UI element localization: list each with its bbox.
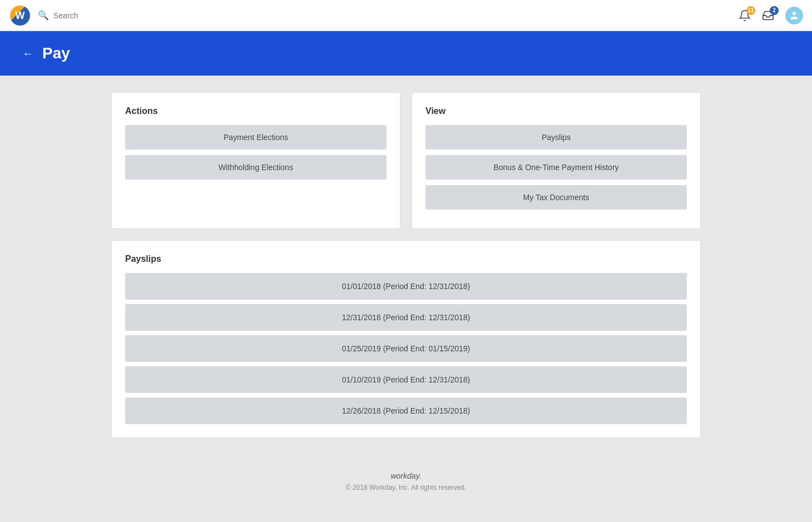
footer-logo: workday. [17, 471, 795, 480]
withholding-elections-button[interactable]: Withholding Elections [125, 155, 387, 180]
svg-point-0 [793, 12, 796, 15]
notifications-badge: 11 [746, 6, 755, 15]
payslip-row[interactable]: 01/10/2019 (Period End: 12/31/2018) [125, 366, 687, 393]
payslips-view-button[interactable]: Payslips [425, 125, 687, 150]
search-area: 🔍 [38, 10, 739, 21]
inbox-badge: 2 [770, 6, 779, 15]
search-input[interactable] [53, 11, 165, 20]
inbox-button[interactable]: 2 [762, 9, 774, 22]
actions-card: Actions Payment Elections Withholding El… [111, 92, 400, 229]
search-icon: 🔍 [38, 10, 49, 21]
payslips-card: Payslips 01/01/2018 (Period End: 12/31/2… [111, 240, 701, 438]
back-button[interactable]: ← [22, 47, 33, 60]
payslip-row[interactable]: 12/31/2018 (Period End: 12/31/2018) [125, 304, 687, 331]
payment-elections-button[interactable]: Payment Elections [125, 125, 387, 150]
footer: workday. © 2018 Workday, Inc. All rights… [0, 455, 812, 508]
cards-row: Actions Payment Elections Withholding El… [111, 92, 701, 229]
tax-documents-button[interactable]: My Tax Documents [425, 185, 687, 210]
view-card: View Payslips Bonus & One-Time Payment H… [412, 92, 701, 229]
payslip-row[interactable]: 01/01/2018 (Period End: 12/31/2018) [125, 273, 687, 300]
actions-card-title: Actions [125, 106, 387, 116]
page-title: Pay [42, 44, 70, 62]
topnav-right-icons: 11 2 [739, 7, 803, 24]
payslip-row[interactable]: 12/26/2018 (Period End: 12/15/2018) [125, 397, 687, 424]
footer-logo-text: workday. [391, 471, 422, 480]
view-card-title: View [425, 106, 687, 116]
footer-copyright: © 2018 Workday, Inc. All rights reserved… [17, 484, 795, 491]
top-navigation: W 🔍 11 2 [0, 0, 812, 31]
notifications-button[interactable]: 11 [739, 9, 751, 22]
page-header: ← Pay [0, 31, 812, 76]
payslips-card-title: Payslips [125, 254, 687, 264]
bonus-history-button[interactable]: Bonus & One-Time Payment History [425, 155, 687, 180]
avatar[interactable] [785, 7, 803, 24]
main-content: Actions Payment Elections Withholding El… [0, 76, 812, 455]
workday-logo[interactable]: W [9, 4, 31, 27]
payslip-row[interactable]: 01/25/2019 (Period End: 01/15/2019) [125, 335, 687, 362]
